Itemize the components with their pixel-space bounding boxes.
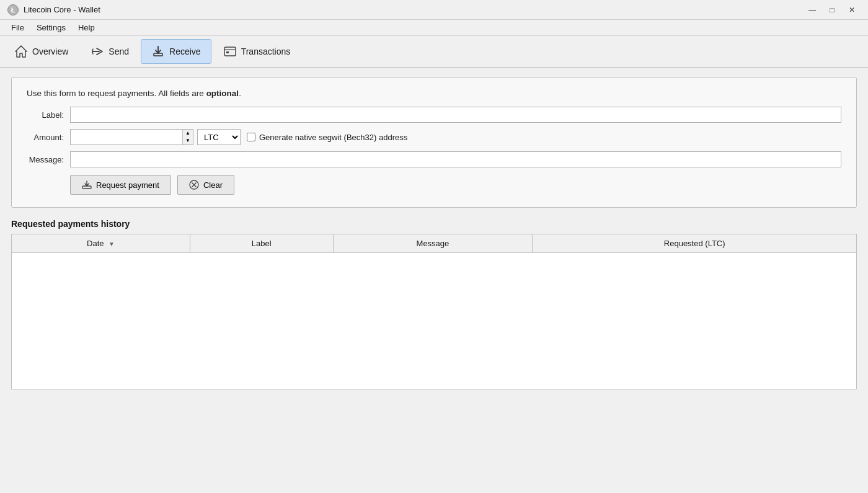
receive-icon xyxy=(151,45,165,58)
amount-increment[interactable]: ▲ xyxy=(183,130,193,137)
table-header-row: Date ▼ Label Message Requested (LTC) xyxy=(12,234,857,253)
window-title: Litecoin Core - Wallet xyxy=(24,5,804,14)
col-date[interactable]: Date ▼ xyxy=(12,234,190,253)
history-table-body xyxy=(12,253,857,389)
form-desc-text: Use this form to request payments. All f… xyxy=(27,89,206,98)
col-label[interactable]: Label xyxy=(190,234,333,253)
history-title: Requested payments history xyxy=(11,219,857,229)
amount-decrement[interactable]: ▼ xyxy=(183,137,193,144)
message-row: Message: xyxy=(27,151,841,167)
main-content: Use this form to request payments. All f… xyxy=(0,68,868,398)
amount-input-wrap: ▲ ▼ xyxy=(70,129,193,145)
maximize-button[interactable]: □ xyxy=(823,3,841,17)
segwit-label[interactable]: Generate native segwit (Bech32) address xyxy=(259,133,407,142)
segwit-checkbox-row: Generate native segwit (Bech32) address xyxy=(247,133,407,142)
tab-transactions[interactable]: Transactions xyxy=(213,39,301,64)
menu-help[interactable]: Help xyxy=(72,21,101,34)
col-message[interactable]: Message xyxy=(333,234,533,253)
menu-bar: File Settings Help xyxy=(0,20,868,36)
tab-send[interactable]: Send xyxy=(80,39,140,64)
svg-rect-4 xyxy=(224,47,236,56)
date-sort-icon: ▼ xyxy=(108,241,115,247)
col-requested-label: Requested (LTC) xyxy=(664,239,725,248)
request-payment-icon xyxy=(82,180,92,190)
history-section: Requested payments history Date ▼ Label … xyxy=(11,219,857,389)
menu-settings[interactable]: Settings xyxy=(30,21,72,34)
label-input[interactable] xyxy=(70,107,841,123)
tab-receive[interactable]: Receive xyxy=(141,39,211,64)
receive-form-panel: Use this form to request payments. All f… xyxy=(11,77,857,208)
request-payment-label: Request payment xyxy=(96,180,159,190)
amount-controls: ▲ ▼ LTC BTC USD Generate native segwit (… xyxy=(70,129,841,145)
close-button[interactable]: ✕ xyxy=(843,3,861,17)
action-row: Request payment Clear xyxy=(27,175,841,195)
col-date-label: Date xyxy=(87,239,104,248)
clear-label: Clear xyxy=(203,180,223,190)
form-desc-bold: optional xyxy=(206,89,239,98)
clear-icon xyxy=(189,180,199,190)
label-field-label: Label: xyxy=(27,110,70,120)
title-bar: Ł Litecoin Core - Wallet — □ ✕ xyxy=(0,0,868,20)
overview-icon xyxy=(14,45,28,58)
tab-transactions-label: Transactions xyxy=(241,47,291,56)
history-table: Date ▼ Label Message Requested (LTC) xyxy=(11,234,857,389)
form-description: Use this form to request payments. All f… xyxy=(27,89,841,98)
form-desc-end: . xyxy=(239,89,241,98)
menu-file[interactable]: File xyxy=(5,21,30,34)
message-input[interactable] xyxy=(70,151,841,167)
svg-marker-2 xyxy=(16,46,27,57)
tab-overview[interactable]: Overview xyxy=(4,39,79,64)
tab-overview-label: Overview xyxy=(32,47,68,56)
window-controls: — □ ✕ xyxy=(804,3,861,17)
app-icon: Ł xyxy=(7,4,19,16)
col-label-label: Label xyxy=(252,239,272,248)
tab-receive-label: Receive xyxy=(169,47,201,56)
col-requested[interactable]: Requested (LTC) xyxy=(533,234,857,253)
toolbar: Overview Send Receive T xyxy=(0,36,868,68)
segwit-checkbox[interactable] xyxy=(247,133,255,141)
empty-row xyxy=(12,253,857,389)
send-icon xyxy=(91,45,104,58)
amount-field-label: Amount: xyxy=(27,133,70,142)
svg-rect-6 xyxy=(226,51,229,53)
clear-button[interactable]: Clear xyxy=(177,175,234,195)
transactions-icon xyxy=(223,45,237,58)
col-message-label: Message xyxy=(417,239,450,248)
tab-send-label: Send xyxy=(108,47,129,56)
request-payment-button[interactable]: Request payment xyxy=(70,175,171,195)
amount-row: Amount: ▲ ▼ LTC BTC USD Generate native xyxy=(27,129,841,145)
currency-select[interactable]: LTC BTC USD xyxy=(197,129,241,145)
svg-text:Ł: Ł xyxy=(11,6,16,14)
amount-spinner: ▲ ▼ xyxy=(182,130,193,144)
label-row: Label: xyxy=(27,107,841,123)
message-field-label: Message: xyxy=(27,155,70,164)
amount-input[interactable] xyxy=(71,130,182,144)
minimize-button[interactable]: — xyxy=(804,3,821,17)
